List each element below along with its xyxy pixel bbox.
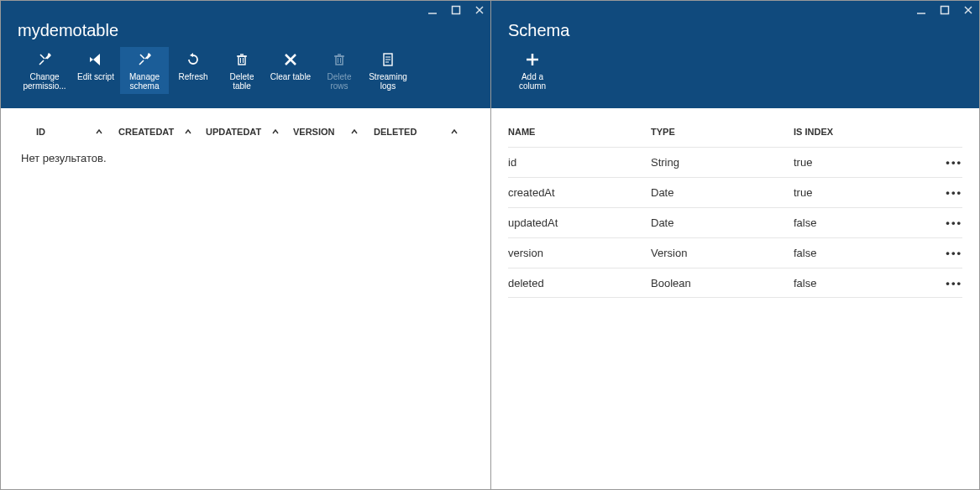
schema-cell-name: version bbox=[508, 247, 651, 259]
close-icon[interactable] bbox=[962, 4, 974, 16]
more-actions-icon[interactable]: ••• bbox=[929, 277, 962, 289]
column-header-version[interactable]: VERSION bbox=[293, 127, 374, 137]
svg-rect-6 bbox=[238, 56, 245, 65]
trash-icon bbox=[332, 52, 347, 67]
refresh-button[interactable]: Refresh bbox=[169, 47, 217, 94]
toolbar-button-label: Refresh bbox=[178, 72, 207, 81]
toolbar-button-label: Manage bbox=[129, 72, 160, 81]
plus-icon bbox=[525, 52, 540, 67]
schema-row[interactable]: versionVersionfalse••• bbox=[508, 237, 962, 268]
schema-cell-type: Date bbox=[651, 186, 794, 199]
app: mydemotable Changepermissio...Edit scrip… bbox=[1, 1, 979, 489]
svg-rect-1 bbox=[453, 7, 460, 14]
toolbar-button-label: Delete bbox=[328, 72, 352, 81]
streaming-logs-button[interactable]: Streaminglogs bbox=[364, 47, 412, 94]
toolbar-button-label: Delete bbox=[230, 72, 254, 81]
no-results-text: Нет результатов. bbox=[18, 145, 474, 164]
tools-icon bbox=[137, 52, 152, 67]
toolbar-button-label: permissio... bbox=[23, 81, 66, 91]
content-right: NAME TYPE IS INDEX idStringtrue•••create… bbox=[491, 108, 979, 489]
delete-table-button[interactable]: Deletetable bbox=[217, 47, 266, 94]
x-icon bbox=[283, 52, 298, 67]
clear-table-button[interactable]: Clear table bbox=[266, 47, 315, 94]
schema-head-isindex: IS INDEX bbox=[794, 127, 929, 137]
column-header-label: ID bbox=[36, 127, 45, 137]
toolbar-button-label: Streaming bbox=[369, 72, 407, 81]
schema-row[interactable]: updatedAtDatefalse••• bbox=[508, 207, 962, 237]
maximize-icon[interactable] bbox=[939, 4, 951, 16]
column-headers: IDCREATEDATUPDATEDATVERSIONDELETED bbox=[18, 123, 474, 145]
column-header-updatedat[interactable]: UPDATEDAT bbox=[206, 127, 293, 137]
column-header-createdat[interactable]: CREATEDAT bbox=[118, 127, 206, 137]
column-header-id[interactable]: ID bbox=[18, 127, 118, 137]
column-header-deleted[interactable]: DELETED bbox=[374, 127, 474, 137]
schema-cell-type: Date bbox=[651, 216, 794, 229]
toolbar-right: Add acolumn bbox=[491, 47, 979, 97]
toolbar-button-label: Edit script bbox=[77, 72, 114, 81]
pane-schema: Schema Add acolumn NAME TYPE IS INDEX id… bbox=[491, 1, 979, 489]
schema-row[interactable]: idStringtrue••• bbox=[508, 147, 962, 177]
schema-header: NAME TYPE IS INDEX bbox=[508, 123, 962, 147]
schema-cell-isindex: false bbox=[794, 216, 929, 229]
change-permissions-button[interactable]: Changepermissio... bbox=[18, 47, 71, 94]
header-left: mydemotable Changepermissio...Edit scrip… bbox=[1, 1, 490, 108]
refresh-icon bbox=[186, 52, 201, 67]
schema-head-name: NAME bbox=[508, 127, 651, 137]
pane-title: Schema bbox=[491, 18, 979, 47]
chevron-up-icon bbox=[184, 128, 192, 136]
maximize-icon[interactable] bbox=[450, 4, 462, 16]
chevron-up-icon bbox=[350, 128, 359, 136]
pane-table: mydemotable Changepermissio...Edit scrip… bbox=[1, 1, 491, 489]
svg-rect-23 bbox=[941, 7, 949, 14]
schema-cell-name: deleted bbox=[508, 277, 651, 289]
schema-head-actions bbox=[929, 127, 962, 137]
schema-cell-isindex: true bbox=[794, 156, 929, 169]
more-actions-icon[interactable]: ••• bbox=[929, 186, 962, 199]
toolbar-button-label: Change bbox=[29, 72, 59, 81]
schema-cell-name: updatedAt bbox=[508, 216, 651, 229]
trash-icon bbox=[234, 52, 249, 67]
schema-cell-isindex: true bbox=[794, 186, 929, 199]
schema-head-type: TYPE bbox=[651, 127, 794, 137]
pane-title: mydemotable bbox=[1, 18, 490, 47]
column-header-label: CREATEDAT bbox=[118, 127, 174, 137]
schema-cell-type: Boolean bbox=[651, 277, 794, 289]
toolbar-button-label: logs bbox=[380, 81, 396, 91]
schema-cell-name: id bbox=[508, 156, 651, 169]
column-header-label: UPDATEDAT bbox=[206, 127, 261, 137]
toolbar-button-label: Add a bbox=[521, 72, 543, 81]
svg-rect-13 bbox=[336, 56, 343, 65]
column-header-label: DELETED bbox=[374, 127, 417, 137]
schema-cell-type: String bbox=[651, 156, 794, 169]
toolbar-button-label: schema bbox=[129, 81, 159, 91]
minimize-icon[interactable] bbox=[427, 4, 438, 16]
toolbar-button-label: rows bbox=[330, 81, 348, 91]
schema-row[interactable]: deletedBooleanfalse••• bbox=[508, 268, 962, 298]
schema-cell-name: createdAt bbox=[508, 186, 651, 199]
content-left: IDCREATEDATUPDATEDATVERSIONDELETED Нет р… bbox=[1, 108, 490, 489]
toolbar-button-label: table bbox=[233, 81, 251, 91]
schema-row[interactable]: createdAtDatetrue••• bbox=[508, 177, 962, 207]
column-header-label: VERSION bbox=[293, 127, 335, 137]
toolbar-left: Changepermissio...Edit scriptManageschem… bbox=[1, 47, 490, 97]
manage-schema-button[interactable]: Manageschema bbox=[120, 47, 169, 94]
svg-line-4 bbox=[40, 55, 45, 59]
minimize-icon[interactable] bbox=[915, 4, 927, 16]
chevron-up-icon bbox=[271, 128, 280, 136]
schema-cell-type: Version bbox=[651, 247, 794, 259]
schema-cell-isindex: false bbox=[794, 247, 929, 259]
more-actions-icon[interactable]: ••• bbox=[929, 216, 962, 229]
chevron-up-icon bbox=[450, 128, 459, 136]
more-actions-icon[interactable]: ••• bbox=[929, 156, 962, 169]
vs-icon bbox=[88, 52, 103, 67]
svg-line-5 bbox=[140, 55, 144, 59]
edit-script-button[interactable]: Edit script bbox=[71, 47, 120, 94]
tools-icon bbox=[37, 52, 52, 67]
close-icon[interactable] bbox=[474, 4, 485, 16]
window-controls-left bbox=[1, 1, 490, 18]
delete-rows-button: Deleterows bbox=[315, 47, 364, 94]
schema-rows: idStringtrue•••createdAtDatetrue•••updat… bbox=[508, 147, 962, 298]
more-actions-icon[interactable]: ••• bbox=[929, 247, 962, 259]
add-column-button[interactable]: Add acolumn bbox=[508, 47, 557, 94]
toolbar-button-label: column bbox=[519, 81, 546, 91]
